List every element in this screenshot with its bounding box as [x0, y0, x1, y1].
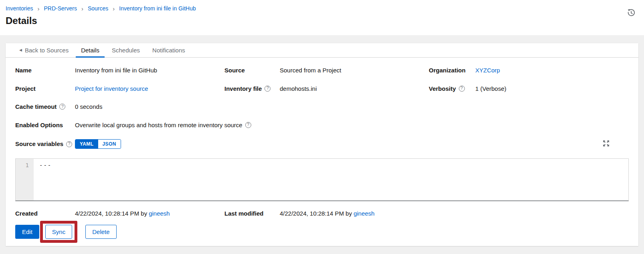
last-modified-label: Last modified	[224, 210, 280, 218]
page-title: Details	[6, 14, 635, 27]
organization-label: Organization	[429, 66, 475, 74]
project-link[interactable]: Project for inventory source	[75, 85, 148, 93]
source-variables-editor[interactable]: 1 ---	[15, 158, 629, 201]
tab-schedules-label: Schedules	[112, 46, 140, 54]
audit-info: Created 4/22/2024, 10:28:14 PM by ginees…	[15, 210, 629, 218]
help-icon[interactable]: ?	[459, 86, 465, 92]
tab-back-to-sources[interactable]: ◀ Back to Sources	[14, 43, 74, 57]
source-label: Source	[224, 66, 280, 74]
inventory-file-value: demohosts.ini	[280, 85, 429, 93]
variables-format-toggle: YAML JSON	[75, 139, 121, 149]
cache-timeout-label: Cache timeout ?	[15, 103, 75, 111]
tab-bar: ◀ Back to Sources Details Schedules Noti…	[6, 43, 638, 58]
chevron-right-icon: ›	[37, 6, 39, 12]
help-icon[interactable]: ?	[59, 104, 65, 110]
verbosity-label: Verbosity ?	[429, 85, 475, 93]
page-header: Inventories › PRD-Servers › Sources › In…	[0, 0, 644, 35]
action-buttons: Edit Sync Delete	[15, 221, 629, 243]
inventory-file-label-text: Inventory file	[224, 85, 262, 93]
tab-back-label: Back to Sources	[25, 46, 69, 54]
edit-button[interactable]: Edit	[15, 225, 39, 239]
chevron-right-icon: ›	[81, 6, 83, 12]
tab-notifications-label: Notifications	[152, 46, 185, 54]
verbosity-label-text: Verbosity	[429, 85, 456, 93]
enabled-options-label: Enabled Options	[15, 121, 75, 129]
created-value: 4/22/2024, 10:28:14 PM by	[75, 210, 147, 218]
created-label: Created	[15, 210, 75, 218]
help-icon[interactable]: ?	[66, 141, 72, 147]
organization-link[interactable]: XYZCorp	[475, 66, 500, 74]
breadcrumb-inventories[interactable]: Inventories	[6, 5, 33, 12]
yaml-toggle-button[interactable]: YAML	[75, 140, 98, 148]
expand-icon[interactable]	[603, 140, 610, 148]
chevron-right-icon: ›	[113, 6, 115, 12]
sync-button[interactable]: Sync	[45, 225, 72, 239]
inventory-file-label: Inventory file ?	[224, 85, 280, 93]
help-icon[interactable]: ?	[245, 122, 251, 128]
tab-details[interactable]: Details	[76, 43, 105, 57]
last-modified-value: 4/22/2024, 10:28:14 PM by	[280, 210, 352, 218]
tab-details-label: Details	[81, 46, 99, 54]
delete-button[interactable]: Delete	[85, 225, 116, 239]
source-variables-label-text: Source variables	[15, 140, 63, 148]
history-icon	[627, 9, 635, 17]
source-value: Sourced from a Project	[280, 66, 429, 74]
history-icon[interactable]	[627, 9, 635, 18]
back-arrow-icon: ◀	[19, 48, 22, 53]
details-list: Name Inventory from ini file in GitHub S…	[15, 66, 629, 149]
name-value: Inventory from ini file in GitHub	[75, 66, 224, 74]
enabled-options-value: Overwrite local groups and hosts from re…	[75, 121, 629, 129]
cache-timeout-label-text: Cache timeout	[15, 103, 57, 111]
project-label: Project	[15, 85, 75, 93]
breadcrumb-inventory-source[interactable]: Inventory from ini file in GitHub	[119, 5, 196, 12]
enabled-options-text: Overwrite local groups and hosts from re…	[75, 121, 242, 129]
cache-timeout-value: 0 seconds	[75, 103, 629, 111]
last-modified-user-link[interactable]: gineesh	[353, 210, 375, 218]
name-label: Name	[15, 66, 75, 74]
editor-line-number: 1	[16, 159, 34, 200]
verbosity-value: 1 (Verbose)	[475, 85, 629, 93]
details-card: ◀ Back to Sources Details Schedules Noti…	[6, 43, 638, 246]
breadcrumb: Inventories › PRD-Servers › Sources › In…	[6, 5, 635, 12]
sync-highlight-annotation: Sync	[40, 221, 77, 243]
tab-schedules[interactable]: Schedules	[107, 43, 145, 57]
breadcrumb-prd-servers[interactable]: PRD-Servers	[44, 5, 77, 12]
breadcrumb-sources[interactable]: Sources	[88, 5, 108, 12]
source-variables-label: Source variables ?	[15, 140, 75, 148]
help-icon[interactable]: ?	[264, 86, 271, 92]
created-user-link[interactable]: gineesh	[149, 210, 170, 218]
tab-notifications[interactable]: Notifications	[147, 43, 190, 57]
json-toggle-button[interactable]: JSON	[98, 140, 121, 148]
editor-content: ---	[34, 159, 52, 200]
